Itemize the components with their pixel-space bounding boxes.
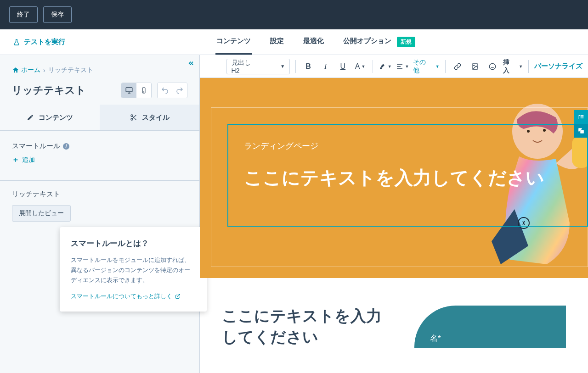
emoji-button[interactable] xyxy=(486,60,499,73)
top-bar: 終了 保存 xyxy=(0,0,588,29)
highlight-icon xyxy=(379,63,386,70)
copy-icon xyxy=(578,128,584,134)
tab-optimize[interactable]: 最適化 xyxy=(302,29,325,55)
breadcrumb-current: リッチテキスト xyxy=(48,66,93,74)
module-copy-button[interactable] xyxy=(574,124,588,138)
history-toggle xyxy=(157,83,187,98)
toolbar-separator xyxy=(373,60,373,73)
align-button[interactable]: ▼ xyxy=(396,60,410,73)
tooltip-title: スマートルールとは？ xyxy=(71,238,196,249)
tab-publish-options[interactable]: 公開オプション xyxy=(342,37,392,47)
flask-icon xyxy=(13,39,20,46)
editor-toolbar: 見出しH2 ▼ B I U A▼ ▼ ▼ その他▼ xyxy=(200,55,588,78)
form-panel: 名* xyxy=(414,306,566,348)
scissors-icon xyxy=(130,114,137,121)
toolbar-separator xyxy=(528,60,529,73)
home-icon xyxy=(12,67,19,74)
toolbar-separator xyxy=(445,60,446,73)
emoji-icon xyxy=(489,63,496,70)
svg-point-6 xyxy=(474,65,475,66)
more-button[interactable]: その他▼ xyxy=(413,58,439,75)
svg-point-2 xyxy=(143,92,144,92)
tab-settings[interactable]: 設定 xyxy=(269,29,285,55)
caret-down-icon: ▼ xyxy=(280,64,285,69)
tooltip-learn-more-link[interactable]: スマートルールについてもっと詳しく xyxy=(71,292,181,301)
content-heading: ここにテキストを入力してください xyxy=(222,306,387,348)
breadcrumb-home-label: ホーム xyxy=(21,66,40,74)
breadcrumb-home[interactable]: ホーム xyxy=(12,66,40,74)
desktop-icon xyxy=(125,86,133,95)
undo-button[interactable] xyxy=(158,83,172,98)
italic-button[interactable]: I xyxy=(319,60,333,73)
desktop-view-button[interactable] xyxy=(122,83,136,98)
panel-tab-style-label: スタイル xyxy=(142,113,170,122)
plus-icon: ＋ xyxy=(12,155,19,165)
svg-point-3 xyxy=(131,115,133,117)
canvas: 見出しH2 ▼ B I U A▼ ▼ ▼ その他▼ xyxy=(200,55,588,373)
panel-tab-style[interactable]: スタイル xyxy=(100,105,199,130)
redo-button[interactable] xyxy=(172,83,187,98)
device-toggle xyxy=(121,83,152,98)
run-test-link[interactable]: テストを実行 xyxy=(13,38,200,46)
heading-select-label: 見出しH2 xyxy=(232,59,259,74)
align-icon xyxy=(396,63,403,70)
text-color-button[interactable]: A▼ xyxy=(353,60,367,73)
text-edit-icon xyxy=(577,113,585,121)
rich-text-section-label: リッチテキスト xyxy=(12,190,187,199)
panel-tab-contents[interactable]: コンテンツ xyxy=(0,105,100,130)
image-button[interactable] xyxy=(468,60,482,73)
exit-button[interactable]: 終了 xyxy=(9,6,38,23)
svg-rect-13 xyxy=(580,130,584,134)
hero-subtitle: ランディングページ xyxy=(244,140,318,151)
sidebar-title: リッチテキスト xyxy=(12,84,86,97)
hero-section: ランディングページ ここにテキストを入力してください xyxy=(200,78,588,278)
add-label: 追加 xyxy=(22,156,35,164)
breadcrumb-separator: › xyxy=(43,67,45,74)
smart-rule-tooltip: スマートルールとは？ スマートルールをモジュールに追加すれば、異なるバージョンの… xyxy=(60,227,207,312)
expanded-view-button[interactable]: 展開したビュー xyxy=(12,205,71,222)
chevron-double-left-icon xyxy=(187,60,195,67)
highlight-button[interactable]: ▼ xyxy=(379,60,392,73)
insert-button[interactable]: 挿入▼ xyxy=(503,58,523,75)
form-field-label-name: 名* xyxy=(430,333,550,344)
link-icon xyxy=(454,63,461,70)
svg-rect-0 xyxy=(126,88,132,92)
save-button[interactable]: 保存 xyxy=(43,6,72,23)
nav-bar: テストを実行 コンテンツ 設定 最適化 公開オプション 新規 xyxy=(0,29,588,55)
heading-select[interactable]: 見出しH2 ▼ xyxy=(226,59,290,74)
image-icon xyxy=(471,63,479,70)
underline-button[interactable]: U xyxy=(336,60,350,73)
smart-rule-label: スマートルール i xyxy=(12,142,187,150)
redo-icon xyxy=(175,86,184,95)
info-icon[interactable]: i xyxy=(63,143,69,150)
run-test-label: テストを実行 xyxy=(24,38,65,46)
svg-point-7 xyxy=(489,63,495,69)
personalize-button[interactable]: パーソナライズ xyxy=(534,62,582,71)
tooltip-body: スマートルールをモジュールに追加すれば、異なるバージョンのコンテンツを特定のオー… xyxy=(71,255,196,285)
panel-tab-contents-label: コンテンツ xyxy=(39,113,73,122)
external-link-icon xyxy=(175,294,181,299)
hero-heading[interactable]: ここにテキストを入力してください xyxy=(244,165,544,190)
new-badge: 新規 xyxy=(397,37,415,47)
collapse-sidebar-button[interactable] xyxy=(187,60,195,68)
toolbar-separator xyxy=(295,60,296,73)
mobile-view-button[interactable] xyxy=(136,83,151,98)
tab-contents[interactable]: コンテンツ xyxy=(215,29,252,55)
module-edit-text-button[interactable] xyxy=(574,110,588,124)
mobile-icon xyxy=(141,86,147,95)
link-button[interactable] xyxy=(451,60,465,73)
bold-button[interactable]: B xyxy=(301,60,315,73)
add-smart-rule-link[interactable]: ＋ 追加 xyxy=(12,155,187,165)
sidebar: ホーム › リッチテキスト リッチテキスト xyxy=(0,55,200,373)
undo-icon xyxy=(161,86,169,95)
pencil-icon xyxy=(27,114,34,121)
breadcrumb: ホーム › リッチテキスト xyxy=(0,55,199,79)
svg-point-4 xyxy=(131,118,133,120)
